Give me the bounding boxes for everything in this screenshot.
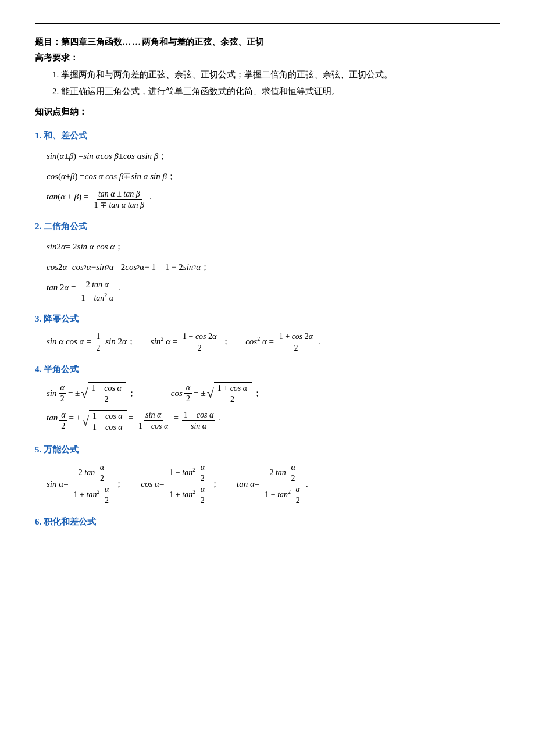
knowledge-title: 知识点归纳：	[35, 104, 500, 120]
section-2-heading: 2. 二倍角公式	[35, 219, 500, 234]
formula-cos-sum: cos(α ± β) = cos α cos β ∓ sin α sin β；	[47, 169, 500, 184]
formula-cos-double: cos 2α = cos2 α − sin2 α = 2cos2 α − 1 =…	[47, 259, 500, 275]
formula-power-reduction: sin α cos α = 1 2 sin 2α； sin2 α = 1 − c…	[47, 331, 500, 353]
page-title: 题目：第四章三角函数……两角和与差的正弦、余弦、正切	[35, 34, 500, 50]
section-1-heading: 1. 和、差公式	[35, 128, 500, 144]
formula-tan-sum: tan(α ± β) = tan α ± tan β 1 ∓ tan α tan…	[47, 189, 500, 211]
section-5-heading: 5. 万能公式	[35, 442, 500, 458]
half-angle-row1: sin α 2 = ± √ 1 − cos α 2 ； cos α 2 = ± …	[47, 382, 500, 405]
gaokao-requirements-title: 高考要求：	[35, 50, 500, 66]
req-text-1: 1. 掌握两角和与两角差的正弦、余弦、正切公式；掌握二倍角的正弦、余弦、正切公式…	[35, 67, 500, 83]
formula-tan-double: tan 2α = 2 tan α 1 − tan2 α .	[47, 280, 500, 303]
formula-sin-sum: sin(α ± β) = sin α cos β ± cos α sin β；	[47, 148, 500, 164]
formula-sin-double: sin 2α = 2 sin α cos α；	[47, 239, 500, 255]
top-divider	[35, 23, 500, 24]
universal-formulas: sin α = 2 tan α 2 1 + tan2 α 2 ；	[47, 462, 500, 507]
half-angle-cos: cos α 2 = ± √ 1 + cos α 2 ；	[171, 382, 262, 405]
req-text-2: 2. 能正确运用三角公式，进行简单三角函数式的化简、求值和恒等式证明。	[35, 84, 500, 99]
section-6-heading: 6. 积化和差公式	[35, 514, 500, 530]
half-angle-tan: tan α 2 = ± √ 1 − cos α 1 + cos α = sin …	[47, 410, 500, 433]
section-4-heading: 4. 半角公式	[35, 362, 500, 377]
section-3-heading: 3. 降幂公式	[35, 311, 500, 327]
half-angle-sin: sin α 2 = ± √ 1 − cos α 2 ；	[47, 382, 136, 405]
